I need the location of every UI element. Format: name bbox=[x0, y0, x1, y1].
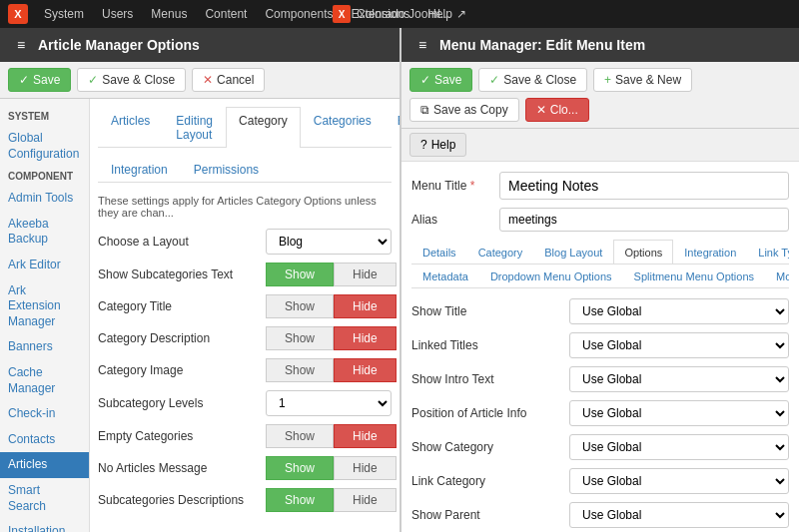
menu-manager-panel: ≡ Menu Manager: Edit Menu Item ✓ Save ✓ … bbox=[400, 28, 799, 532]
sidebar-ark-extension[interactable]: Ark Extension Manager bbox=[0, 278, 89, 335]
sidebar-ark-editor[interactable]: Ark Editor bbox=[0, 253, 89, 278]
alias-row: Alias bbox=[411, 208, 789, 232]
no-articles-label: No Articles Message bbox=[98, 461, 258, 475]
nav-center: X Colorado Jooml... ↗ bbox=[333, 5, 466, 23]
tab-articles[interactable]: Articles bbox=[98, 107, 163, 148]
right-save-new-button[interactable]: + Save & New bbox=[593, 68, 692, 92]
site-name: Colorado Jooml... bbox=[357, 7, 450, 21]
show-category-select[interactable]: Use Global bbox=[569, 434, 789, 460]
article-manager-panel: ≡ Article Manager Options ✓ Save ✓ Save … bbox=[0, 28, 400, 532]
right-save-button[interactable]: ✓ Save bbox=[409, 68, 472, 92]
sidebar-check-in[interactable]: Check-in bbox=[0, 401, 89, 427]
right-save-close-check-icon: ✓ bbox=[489, 73, 499, 87]
copy-icon: ⧉ bbox=[420, 103, 429, 117]
show-parent-select[interactable]: Use Global bbox=[569, 502, 789, 528]
subcategory-levels-label: Subcategory Levels bbox=[98, 396, 258, 410]
tab-integration[interactable]: Integration bbox=[98, 156, 181, 183]
sidebar-articles[interactable]: Articles bbox=[0, 452, 89, 478]
left-save-button[interactable]: ✓ Save bbox=[8, 68, 71, 92]
sidebar-smart-search[interactable]: Smart Search bbox=[0, 478, 89, 519]
sidebar-admin-tools[interactable]: Admin Tools bbox=[0, 186, 89, 212]
show-title-label: Show Title bbox=[411, 304, 561, 318]
tab-link-type[interactable]: Link Type bbox=[747, 240, 789, 265]
empty-categories-toggle: Show Hide bbox=[266, 424, 397, 448]
sidebar-contacts[interactable]: Contacts bbox=[0, 427, 89, 453]
nav-content[interactable]: Content bbox=[197, 4, 255, 24]
close-icon: ✕ bbox=[536, 103, 546, 117]
subcategory-levels-select[interactable]: 1 bbox=[266, 390, 392, 416]
linked-titles-select[interactable]: Use Global bbox=[569, 332, 789, 358]
right-save-close-button[interactable]: ✓ Save & Close bbox=[478, 68, 587, 92]
no-articles-show-btn[interactable]: Show bbox=[266, 456, 334, 480]
show-intro-text-row: Show Intro Text Use Global bbox=[411, 366, 789, 392]
show-category-row: Show Category Use Global bbox=[411, 434, 789, 460]
sidebar-akeeba-backup[interactable]: Akeeba Backup bbox=[0, 212, 89, 253]
position-article-info-select[interactable]: Use Global bbox=[569, 400, 789, 426]
sidebar-installation-manager[interactable]: Installation Manager bbox=[0, 519, 89, 532]
category-title-label: Category Title bbox=[98, 299, 258, 313]
left-save-close-button[interactable]: ✓ Save & Close bbox=[77, 68, 186, 92]
right-save-copy-button[interactable]: ⧉ Save as Copy bbox=[409, 98, 519, 122]
sidebar-banners[interactable]: Banners bbox=[0, 334, 89, 360]
show-title-select[interactable]: Use Global bbox=[569, 298, 789, 324]
category-title-show-btn[interactable]: Show bbox=[266, 294, 334, 318]
tab-metadata[interactable]: Metadata bbox=[411, 264, 479, 288]
empty-cat-show-btn[interactable]: Show bbox=[266, 424, 334, 448]
left-cancel-button[interactable]: ✕ Cancel bbox=[192, 68, 265, 92]
link-category-select[interactable]: Use Global bbox=[569, 468, 789, 494]
sidebar-cache-manager[interactable]: Cache Manager bbox=[0, 360, 89, 401]
tab-editing-layout[interactable]: Editing Layout bbox=[163, 107, 226, 148]
menu-manager-icon: ≡ bbox=[413, 36, 431, 54]
nav-system[interactable]: System bbox=[36, 4, 92, 24]
nav-menus[interactable]: Menus bbox=[143, 4, 195, 24]
category-image-label: Category Image bbox=[98, 363, 258, 377]
right-close-button[interactable]: ✕ Clo... bbox=[525, 98, 589, 122]
left-panel-title: Article Manager Options bbox=[38, 37, 200, 53]
settings-note: These settings apply for Articles Catego… bbox=[98, 195, 392, 219]
subcategories-hide-btn[interactable]: Hide bbox=[334, 263, 397, 286]
tab-categories[interactable]: Categories bbox=[301, 107, 385, 148]
tab-blog-layout[interactable]: Blog Layout bbox=[533, 240, 613, 265]
alias-input[interactable] bbox=[499, 208, 789, 232]
tab-permissions[interactable]: Permissions bbox=[181, 156, 272, 183]
tab-category[interactable]: Category bbox=[226, 107, 301, 148]
tab-blog-fe[interactable]: Blog/Fe... bbox=[385, 107, 400, 148]
tab-module-assign[interactable]: Module Assignme... bbox=[765, 264, 789, 288]
help-button[interactable]: ? Help bbox=[409, 133, 466, 157]
subcategories-desc-toggle: Show Hide bbox=[266, 488, 397, 512]
show-intro-text-select[interactable]: Use Global bbox=[569, 366, 789, 392]
sidebar-global-config[interactable]: Global Configuration bbox=[0, 126, 89, 167]
category-title-hide-btn[interactable]: Hide bbox=[334, 294, 397, 318]
category-title-toggle: Show Hide bbox=[266, 294, 397, 318]
subcat-desc-show-btn[interactable]: Show bbox=[266, 488, 334, 512]
tab-dropdown-menu[interactable]: Dropdown Menu Options bbox=[479, 264, 623, 288]
tab-details[interactable]: Details bbox=[411, 240, 467, 265]
joomla-logo: X bbox=[8, 4, 28, 24]
cat-desc-hide-btn[interactable]: Hide bbox=[334, 326, 397, 350]
category-image-row: Category Image Show Hide bbox=[98, 358, 392, 382]
cat-img-hide-btn[interactable]: Hide bbox=[334, 358, 397, 382]
cat-desc-show-btn[interactable]: Show bbox=[266, 326, 334, 350]
show-intro-text-label: Show Intro Text bbox=[411, 372, 561, 386]
subcategories-show-btn[interactable]: Show bbox=[266, 263, 334, 286]
save-check-icon: ✓ bbox=[19, 73, 29, 87]
category-tab-bar: Articles Editing Layout Category Categor… bbox=[98, 107, 392, 148]
alias-label: Alias bbox=[411, 213, 491, 227]
no-articles-row: No Articles Message Show Hide bbox=[98, 456, 392, 480]
tab-integration[interactable]: Integration bbox=[673, 240, 747, 265]
cat-img-show-btn[interactable]: Show bbox=[266, 358, 334, 382]
nav-components[interactable]: Components bbox=[257, 4, 341, 24]
empty-cat-hide-btn[interactable]: Hide bbox=[334, 424, 397, 448]
tab-splitmenu[interactable]: Splitmenu Menu Options bbox=[623, 264, 765, 288]
subcat-desc-hide-btn[interactable]: Hide bbox=[334, 488, 397, 512]
choose-layout-label: Choose a Layout bbox=[98, 235, 258, 249]
category-title-row: Category Title Show Hide bbox=[98, 294, 392, 318]
tab-options[interactable]: Options bbox=[613, 240, 673, 265]
nav-users[interactable]: Users bbox=[94, 4, 141, 24]
tab-category[interactable]: Category bbox=[467, 240, 534, 265]
menu-title-input[interactable] bbox=[499, 172, 789, 200]
right-tab-bar1: Details Category Blog Layout Options Int… bbox=[411, 240, 789, 265]
external-link-icon[interactable]: ↗ bbox=[456, 7, 466, 21]
no-articles-hide-btn[interactable]: Hide bbox=[334, 456, 397, 480]
choose-layout-select[interactable]: Blog bbox=[266, 229, 392, 255]
